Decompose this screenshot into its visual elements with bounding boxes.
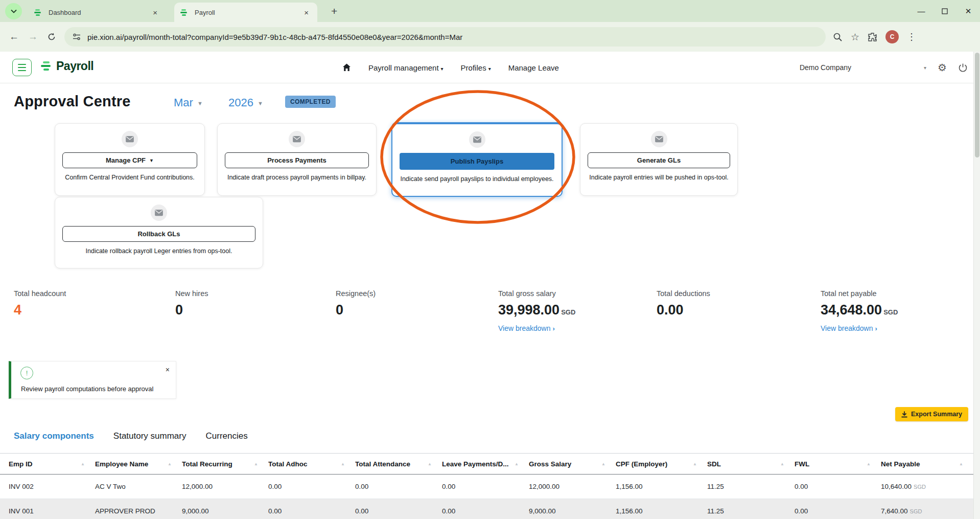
back-icon[interactable]: ← [9,31,19,42]
status-badge: COMPLETED [285,96,336,108]
column-header: FWL▲ [795,460,881,468]
forward-icon[interactable]: → [28,31,38,42]
browser-menu-icon[interactable]: ⋮ [907,31,916,42]
stat-resignees: Resignee(s) 0 [336,289,376,318]
chevron-down-icon: ▾ [488,66,491,72]
tab-dashboard[interactable]: Dashboard × [28,3,166,22]
year-selector[interactable]: 2026▼ [228,96,263,109]
extensions-puzzle-icon[interactable] [868,32,877,42]
browser-toolbar: ← → pie.xion.ai/payroll/month-total?comp… [0,22,980,52]
stat-total-gross-salary: Total gross salary 39,998.00SGD View bre… [498,289,575,332]
process-payments-button[interactable]: Process Payments [225,152,369,168]
card-description: Indicate send payroll payslips to indivi… [400,175,553,183]
column-header: CPF (Employer)▲ [616,460,707,468]
window-close-button[interactable]: ✕ [956,0,980,22]
table-header: Emp ID▲ Employee Name▲ Total Recurring▲ … [0,453,973,475]
envelope-icon [651,131,667,147]
chevron-down-icon: ▾ [441,66,444,72]
company-selector[interactable]: Demo Company [800,63,851,72]
browser-tab-strip: Dashboard × Payroll × + — ✕ [0,0,980,22]
tab-title: Payroll [195,9,301,16]
scrollbar-thumb[interactable] [975,53,979,157]
view-breakdown-link[interactable]: View breakdown › [498,324,575,332]
bookmark-star-icon[interactable]: ☆ [851,31,859,43]
table-row[interactable]: INV 001 APPROVER PROD 9,000.00 0.00 0.00… [0,499,973,519]
stat-total-deductions: Total deductions 0.00 [657,289,710,318]
alert-message: Review payroll computations before appro… [21,385,153,393]
chevron-down-icon: ▼ [258,100,263,106]
tab-close-icon[interactable]: × [301,7,311,18]
window-maximize-button[interactable] [933,0,956,22]
payroll-logo-icon [180,8,190,16]
month-selector[interactable]: Mar▼ [174,96,203,109]
export-summary-button[interactable]: Export Summary [895,407,968,421]
tab-search-button[interactable] [5,3,22,19]
url-text[interactable]: pie.xion.ai/payroll/month-total?companyI… [87,33,462,41]
stat-total-net-payable: Total net payable 34,648.00SGD View brea… [821,289,898,332]
app-brand-name: Payroll [56,59,94,73]
zoom-icon[interactable] [833,32,843,42]
sort-icon[interactable]: ▲ [601,462,605,466]
app-logo[interactable]: Payroll [40,59,94,73]
envelope-icon [289,131,305,147]
exclamation-circle-icon: ! [20,367,33,379]
sort-icon[interactable]: ▲ [959,462,963,466]
gear-icon[interactable]: ⚙ [938,61,947,74]
sort-icon[interactable]: ▲ [168,462,172,466]
chevron-down-icon: ▼ [197,100,203,106]
hamburger-menu-button[interactable] [12,59,32,76]
window-controls: — ✕ [909,0,980,22]
sort-icon[interactable]: ▲ [428,462,432,466]
rollback-gls-button[interactable]: Rollback GLs [62,226,255,242]
site-info-icon[interactable] [73,33,81,40]
tab-salary-components[interactable]: Salary components [14,431,94,441]
power-icon[interactable] [958,63,968,73]
tab-payroll[interactable]: Payroll × [174,3,317,22]
app-header: Payroll Payroll management▾ Profiles▾ Ma… [0,52,980,83]
new-tab-button[interactable]: + [331,5,337,17]
sort-icon[interactable]: ▲ [81,462,85,466]
review-alert: ! × Review payroll computations before a… [9,361,176,399]
sort-icon[interactable]: ▲ [254,462,258,466]
sort-icon[interactable]: ▲ [780,462,784,466]
card-description: Indicate rollback payroll Leger entries … [86,247,232,255]
sort-icon[interactable]: ▲ [515,462,519,466]
page-scrollbar[interactable] [973,52,980,519]
column-header: SDL▲ [707,460,795,468]
card-process-payments: Process Payments Indicate draft process … [217,123,377,196]
card-rollback-gls: Rollback GLs Indicate rollback payroll L… [55,197,263,268]
home-icon[interactable] [342,63,351,72]
sort-icon[interactable]: ▲ [867,462,871,466]
reload-icon[interactable] [47,32,56,41]
window-minimize-button[interactable]: — [909,0,933,22]
view-breakdown-link[interactable]: View breakdown › [821,324,898,332]
card-generate-gls: Generate GLs Indicate payroll entries wi… [580,123,738,196]
column-header: Emp ID▲ [9,460,95,468]
column-header: Total Adhoc▲ [268,460,355,468]
nav-profiles[interactable]: Profiles▾ [461,63,491,72]
column-header: Gross Salary▲ [529,460,616,468]
chevron-right-icon: › [875,325,877,332]
card-publish-payslips: Publish Payslips Indicate send payroll p… [391,122,563,197]
tab-currencies[interactable]: Currencies [205,431,247,441]
nav-manage-leave[interactable]: Manage Leave [508,63,559,72]
stat-total-headcount: Total headcount 4 [14,289,66,318]
tab-statutory-summary[interactable]: Statutory summary [113,431,186,441]
envelope-icon [151,205,167,221]
sort-icon[interactable]: ▲ [341,462,345,466]
column-header: Total Recurring▲ [182,460,268,468]
table-row[interactable]: INV 002 AC V Two 12,000.00 0.00 0.00 0.0… [0,475,973,499]
profile-avatar[interactable]: C [885,30,899,43]
alert-close-icon[interactable]: × [166,366,170,374]
tab-close-icon[interactable]: × [150,7,160,18]
url-bar[interactable]: pie.xion.ai/payroll/month-total?companyI… [64,27,826,47]
sort-icon[interactable]: ▲ [693,462,697,466]
generate-gls-button[interactable]: Generate GLs [588,152,730,168]
publish-payslips-button[interactable]: Publish Payslips [400,153,554,170]
summary-tabs: Salary components Statutory summary Curr… [14,431,248,441]
chevron-down-icon: ▼ [149,158,154,163]
nav-payroll-management[interactable]: Payroll management▾ [368,63,444,72]
tab-title: Dashboard [49,9,150,16]
chevron-down-icon[interactable]: ▾ [924,65,926,71]
manage-cpf-button[interactable]: Manage CPF▼ [62,152,197,168]
